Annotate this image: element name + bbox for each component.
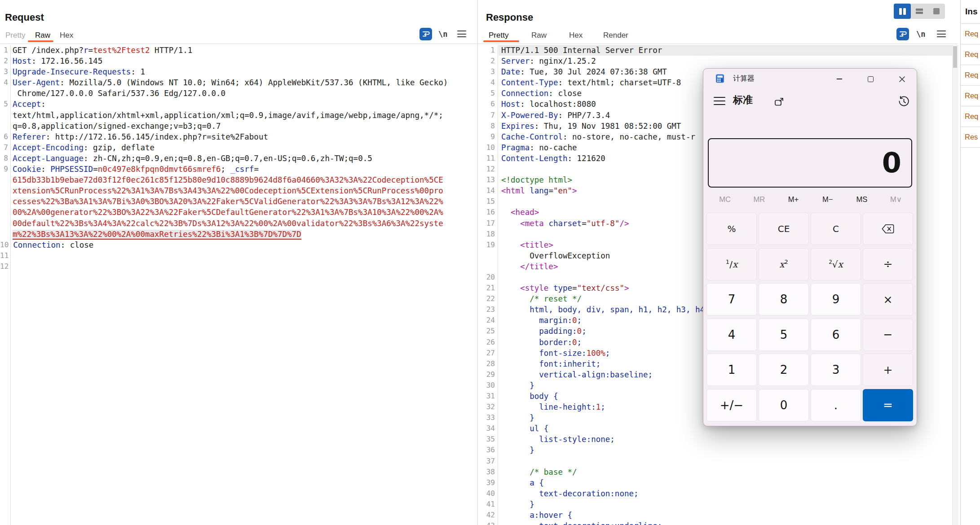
code-line[interactable]: 9Cookie: PHPSESSID=n0c497e8kfpqn0dmvt66s… [0, 164, 471, 175]
inspector-item[interactable]: Req [961, 24, 980, 44]
request-editor[interactable]: 1GET /index.php?r=test%2Ftest2 HTTP/1.12… [0, 45, 471, 272]
code-line[interactable]: 1HTTP/1.1 500 Internal Server Error [481, 45, 952, 56]
close-button[interactable] [892, 72, 911, 86]
code-line[interactable]: 7Accept-Encoding: gzip, deflate [0, 142, 471, 153]
code-line[interactable]: 1GET /index.php?r=test%2Ftest2 HTTP/1.1 [0, 45, 471, 56]
line-content: a { [499, 477, 952, 488]
calc-key-xx[interactable]: x2 [759, 248, 809, 280]
code-line[interactable]: 6Referer: http://172.16.56.145/index.php… [0, 131, 471, 142]
calc-key-1xx[interactable]: 1/x [706, 248, 757, 280]
inspector-item[interactable]: Req [961, 65, 980, 86]
code-line[interactable]: 615db33b1b9ebae72d03f12f0ec261c85f125b80… [0, 175, 471, 185]
calc-key-C[interactable]: C [811, 213, 861, 245]
response-tab-hex[interactable]: Hex [569, 31, 583, 40]
request-tab-raw[interactable]: Raw [35, 31, 50, 40]
memory-button-m[interactable]: M+ [776, 192, 810, 206]
calc-key-1[interactable]: 1 [706, 354, 757, 386]
code-line[interactable]: 5Accept: [0, 99, 471, 109]
request-tab-pretty[interactable]: Pretty [5, 31, 25, 40]
response-tab-render[interactable]: Render [603, 31, 628, 40]
code-line[interactable]: Chrome/127.0.0.0 Safari/537.36 Edg/127.0… [0, 88, 471, 99]
inspector-item[interactable]: Req [961, 44, 980, 65]
calc-key-5[interactable]: 5 [759, 319, 809, 351]
response-newline-toggle[interactable]: \n [916, 30, 925, 39]
code-line[interactable]: 8Accept-Language: zh-CN,zh;q=0.9,en;q=0.… [0, 153, 471, 164]
response-menu-icon[interactable] [937, 31, 946, 38]
layout-split-columns-button[interactable] [894, 4, 911, 19]
memory-button-mc[interactable]: MC [708, 192, 742, 206]
code-line[interactable]: q=0.8,application/signed-exchange;v=b3;q… [0, 121, 471, 131]
layout-split-rows-button[interactable] [911, 4, 928, 19]
minimize-button[interactable] [830, 72, 849, 86]
calc-key-2[interactable]: 2 [759, 354, 809, 386]
calc-key-9[interactable]: 9 [811, 283, 861, 315]
calc-key-+[interactable]: + [863, 354, 913, 386]
code-line[interactable]: 11 [0, 250, 471, 261]
code-line[interactable]: 2Host: 172.16.56.145 [0, 56, 471, 66]
code-line[interactable]: 41 } [481, 499, 952, 510]
inspector-header[interactable]: Ins [961, 0, 980, 24]
request-tab-hex[interactable]: Hex [60, 31, 73, 40]
code-line[interactable]: 37 [481, 456, 952, 467]
calc-key-6[interactable]: 6 [811, 319, 861, 351]
code-line[interactable]: 2Server: nginx/1.25.2 [481, 56, 952, 66]
code-line[interactable]: 00default%22%3Bs%3A4%3A%22calc%22%3B%7Ds… [0, 218, 471, 229]
code-line[interactable]: text/html,application/xhtml+xml,applicat… [0, 110, 471, 121]
code-line[interactable]: 42 a:hover { [481, 510, 952, 521]
response-scrollbar-thumb[interactable] [953, 46, 957, 68]
calculator-menu-icon[interactable] [714, 96, 725, 105]
request-menu-icon[interactable] [457, 31, 466, 38]
code-line[interactable]: m%22%3Bs%3A13%3A%22%00%2A%00maxRetries%2… [0, 229, 471, 240]
calc-key-=[interactable]: = [863, 389, 913, 421]
inspector-item[interactable]: Res [961, 127, 980, 148]
calculator-titlebar[interactable]: 计算器 [703, 69, 917, 88]
request-newline-toggle[interactable]: \n [438, 30, 447, 39]
calc-key-7[interactable]: 7 [706, 283, 757, 315]
request-word-wrap-icon[interactable] [419, 28, 432, 40]
code-line[interactable]: 40 text-decoration:none; [481, 488, 952, 499]
calc-key-4[interactable]: 4 [706, 319, 757, 351]
code-line[interactable]: 35 list-style:none; [481, 434, 952, 445]
response-tab-raw[interactable]: Raw [531, 31, 547, 40]
keep-on-top-icon[interactable] [774, 96, 785, 107]
code-line[interactable]: cesses%22%3Ba%3A1%3A%7Bi%3A0%3BO%3A20%3A… [0, 196, 471, 207]
code-line[interactable]: 12 [0, 261, 471, 272]
code-line[interactable]: 38 /* base */ [481, 467, 952, 477]
code-line[interactable]: xtension%5CRunProcess%22%3A1%3A%7Bs%3A43… [0, 185, 471, 196]
calc-key-.[interactable]: . [811, 389, 861, 421]
inspector-item[interactable]: Req [961, 106, 980, 127]
code-line[interactable]: 4User-Agent: Mozilla/5.0 (Windows NT 10.… [0, 77, 471, 88]
response-word-wrap-icon[interactable] [896, 28, 909, 40]
calc-key-xxx[interactable]: 2√x [811, 248, 861, 280]
memory-button-ms[interactable]: MS [845, 192, 879, 206]
line-number: 12 [481, 164, 495, 175]
memory-button-m[interactable]: M− [811, 192, 845, 206]
response-scrollbar[interactable] [952, 45, 958, 525]
calc-key-8[interactable]: 8 [759, 283, 809, 315]
code-line[interactable]: 00%2A%00generator%22%3BO%3A22%3A%22Faker… [0, 207, 471, 218]
code-line[interactable]: 10Connection: close [0, 240, 471, 250]
calc-key-backspace[interactable] [863, 213, 913, 245]
calculator-title: 计算器 [733, 74, 755, 83]
code-line[interactable]: 36 } [481, 445, 952, 455]
calc-key-0[interactable]: 0 [759, 389, 809, 421]
code-line[interactable]: 39 a { [481, 477, 952, 488]
memory-button-mr[interactable]: MR [742, 192, 776, 206]
calc-key-x[interactable]: ÷ [863, 248, 913, 280]
maximize-button[interactable] [861, 72, 880, 86]
history-icon[interactable] [898, 96, 910, 108]
response-tab-pretty[interactable]: Pretty [489, 31, 508, 40]
calculator-window[interactable]: 计算器 标准 [703, 68, 917, 426]
code-line[interactable]: 43 text-decoration:underline; [481, 521, 952, 525]
calc-key-x[interactable]: − [863, 319, 913, 351]
code-line[interactable]: 3Upgrade-Insecure-Requests: 1 [0, 66, 471, 77]
panel-divider[interactable] [477, 0, 478, 525]
calc-key-+xx[interactable]: +/− [706, 389, 757, 421]
calc-key-3[interactable]: 3 [811, 354, 861, 386]
inspector-item[interactable]: Req [961, 86, 980, 106]
memory-button-m[interactable]: M∨ [879, 192, 913, 206]
calc-key-CE[interactable]: CE [759, 213, 809, 245]
calc-key-%[interactable]: % [706, 213, 757, 245]
calc-key-x[interactable]: × [863, 283, 913, 315]
layout-single-pane-button[interactable] [928, 4, 945, 19]
